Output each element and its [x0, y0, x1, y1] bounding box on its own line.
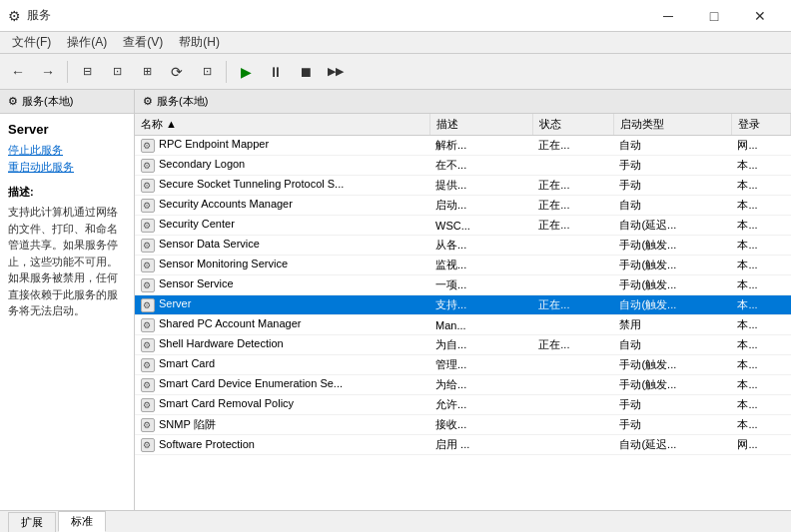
table-row[interactable]: Shell Hardware Detection为自...正在...自动本...: [135, 335, 791, 355]
menu-action[interactable]: 操作(A): [59, 32, 115, 53]
table-row[interactable]: Sensor Data Service从各...手动(触发...本...: [135, 236, 791, 256]
table-row[interactable]: Smart Card管理...手动(触发...本...: [135, 355, 791, 375]
cell-status: 正在...: [532, 176, 613, 196]
table-row[interactable]: RPC Endpoint Mapper解析...正在...自动网...: [135, 136, 791, 156]
menu-file[interactable]: 文件(F): [4, 32, 59, 53]
cell-logon: 本...: [731, 335, 790, 355]
cell-status: 正在...: [532, 335, 613, 355]
forward-button[interactable]: →: [34, 58, 62, 86]
service-icon: [141, 378, 155, 392]
toolbar-btn-2[interactable]: ⊡: [103, 58, 131, 86]
table-row[interactable]: SNMP 陷阱接收...手动本...: [135, 415, 791, 435]
toolbar: ← → ⊟ ⊡ ⊞ ⟳ ⊡ ▶ ⏸ ⏹ ▶▶: [0, 54, 791, 90]
left-panel-title: 服务(本地): [22, 94, 73, 109]
table-row[interactable]: Secure Socket Tunneling Protocol S...提供.…: [135, 176, 791, 196]
cell-logon: 网...: [731, 435, 790, 455]
cell-desc: 支持...: [429, 295, 532, 315]
cell-desc: 启动...: [429, 196, 532, 216]
right-panel-icon: ⚙: [143, 95, 153, 108]
toolbar-btn-3[interactable]: ⊞: [133, 58, 161, 86]
cell-status: 正在...: [532, 136, 613, 156]
cell-logon: 本...: [731, 355, 790, 375]
cell-starttype: 手动(触发...: [613, 256, 731, 275]
restart-service-link[interactable]: 重启动此服务: [8, 160, 126, 175]
cell-desc: 启用 ...: [429, 435, 532, 455]
cell-starttype: 自动(触发...: [613, 295, 731, 315]
service-icon: [141, 298, 155, 312]
toolbar-sep-1: [67, 61, 68, 83]
table-row[interactable]: Sensor Monitoring Service监视...手动(触发...本.…: [135, 256, 791, 275]
minimize-button[interactable]: ─: [645, 0, 691, 32]
cell-name: Sensor Monitoring Service: [135, 256, 429, 275]
cell-name: Security Center: [135, 216, 429, 236]
col-status[interactable]: 状态: [532, 114, 613, 136]
pause-button[interactable]: ⏸: [262, 58, 290, 86]
table-row[interactable]: Smart Card Device Enumeration Se...为给...…: [135, 375, 791, 395]
left-panel-content: Server 停止此服务 重启动此服务 描述: 支持此计算机通过网络的文件、打印…: [0, 114, 134, 327]
table-row[interactable]: Security CenterWSC...正在...自动(延迟...本...: [135, 216, 791, 236]
cell-logon: 本...: [731, 176, 790, 196]
cell-starttype: 手动: [613, 395, 731, 415]
stop-button[interactable]: ⏹: [292, 58, 320, 86]
cell-desc: 允许...: [429, 395, 532, 415]
cell-desc: 监视...: [429, 256, 532, 275]
maximize-button[interactable]: □: [691, 0, 737, 32]
cell-status: 正在...: [532, 196, 613, 216]
toolbar-btn-4[interactable]: ⊡: [193, 58, 221, 86]
service-icon: [141, 358, 155, 372]
service-icon: [141, 219, 155, 233]
col-desc[interactable]: 描述: [429, 114, 532, 136]
table-row[interactable]: Smart Card Removal Policy允许...手动本...: [135, 395, 791, 415]
tab-expand[interactable]: 扩展: [8, 512, 56, 532]
close-button[interactable]: ✕: [737, 0, 783, 32]
restart-button[interactable]: ▶▶: [322, 58, 350, 86]
cell-logon: 本...: [731, 236, 790, 256]
cell-name: Secure Socket Tunneling Protocol S...: [135, 176, 429, 196]
table-row[interactable]: Shared PC Account ManagerMan...禁用本...: [135, 315, 791, 335]
service-icon: [141, 179, 155, 193]
title-bar-left: ⚙ 服务: [8, 7, 51, 24]
cell-name: RPC Endpoint Mapper: [135, 136, 429, 156]
service-icon: [141, 199, 155, 213]
stop-service-link[interactable]: 停止此服务: [8, 143, 126, 158]
services-table[interactable]: 名称 ▲ 描述 状态 启动类型 登录 RPC Endpoint Mapper解析…: [135, 114, 791, 510]
col-starttype[interactable]: 启动类型: [613, 114, 731, 136]
cell-starttype: 自动: [613, 196, 731, 216]
cell-name: Smart Card Device Enumeration Se...: [135, 375, 429, 395]
start-button[interactable]: ▶: [232, 58, 260, 86]
refresh-button[interactable]: ⟳: [163, 58, 191, 86]
table-row[interactable]: Software Protection启用 ...自动(延迟...网...: [135, 435, 791, 455]
table-header-row: 名称 ▲ 描述 状态 启动类型 登录: [135, 114, 791, 136]
table-row[interactable]: Server支持...正在...自动(触发...本...: [135, 295, 791, 315]
col-logon[interactable]: 登录: [731, 114, 790, 136]
menu-view[interactable]: 查看(V): [115, 32, 171, 53]
cell-name: Software Protection: [135, 435, 429, 455]
table-row[interactable]: Secondary Logon在不...手动本...: [135, 156, 791, 176]
table-row[interactable]: Security Accounts Manager启动...正在...自动本..…: [135, 196, 791, 216]
cell-logon: 本...: [731, 275, 790, 295]
title-bar-controls: ─ □ ✕: [645, 0, 783, 32]
cell-status: [532, 415, 613, 435]
left-panel: ⚙ 服务(本地) Server 停止此服务 重启动此服务 描述: 支持此计算机通…: [0, 90, 135, 510]
service-icon: [141, 398, 155, 412]
cell-status: [532, 435, 613, 455]
cell-logon: 本...: [731, 256, 790, 275]
menu-bar: 文件(F) 操作(A) 查看(V) 帮助(H): [0, 32, 791, 54]
right-panel-header: ⚙ 服务(本地): [135, 90, 791, 114]
menu-help[interactable]: 帮助(H): [171, 32, 228, 53]
toolbar-btn-1[interactable]: ⊟: [73, 58, 101, 86]
cell-status: [532, 355, 613, 375]
main-container: ⚙ 服务(本地) Server 停止此服务 重启动此服务 描述: 支持此计算机通…: [0, 90, 791, 510]
cell-name: Shared PC Account Manager: [135, 315, 429, 335]
app-icon: ⚙: [8, 8, 21, 24]
col-name[interactable]: 名称 ▲: [135, 114, 429, 136]
cell-desc: WSC...: [429, 216, 532, 236]
app-title: 服务: [27, 7, 51, 24]
cell-desc: 提供...: [429, 176, 532, 196]
selected-service-name: Server: [8, 122, 126, 137]
back-button[interactable]: ←: [4, 58, 32, 86]
table-row[interactable]: Sensor Service一项...手动(触发...本...: [135, 275, 791, 295]
cell-name: Secondary Logon: [135, 156, 429, 176]
cell-starttype: 手动: [613, 415, 731, 435]
tab-standard[interactable]: 标准: [58, 511, 106, 532]
